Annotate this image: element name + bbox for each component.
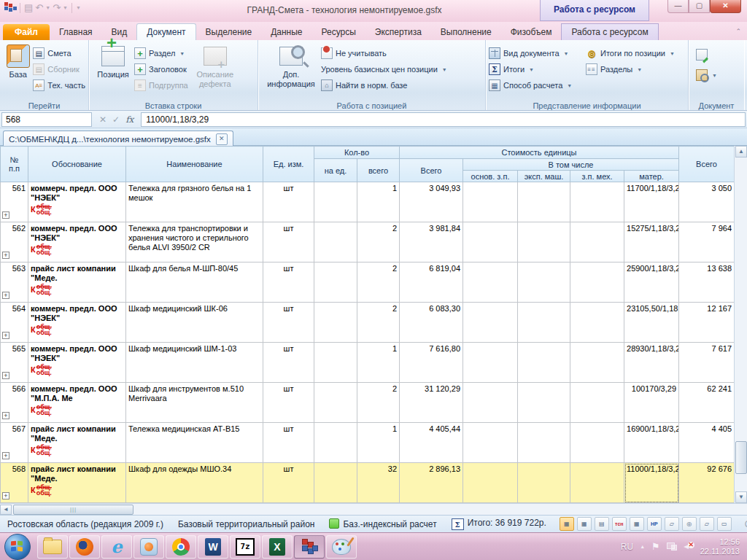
ribbon-collapse-icon[interactable]: ⌃ (735, 28, 741, 35)
expand-icon[interactable]: + (2, 211, 9, 219)
row-total[interactable]: 7 964 (679, 222, 734, 262)
zagolovok-button[interactable]: +Заголовок (134, 63, 188, 76)
tray-expand-icon[interactable]: ▲ (640, 544, 645, 549)
status-view-icon-5[interactable]: ▦ (630, 517, 644, 531)
status-view-icon-1[interactable]: ▦ (560, 517, 574, 531)
row-unit-total[interactable]: 4 405,44 (400, 423, 463, 463)
document-params-button[interactable] (696, 48, 717, 61)
row-unit-total[interactable]: 6 083,30 (400, 303, 463, 343)
razdely-button[interactable]: ≡≡Разделы▼ (586, 63, 675, 76)
row-name[interactable]: Тележка для грязного белья на 1 мешок (126, 182, 263, 222)
row-unit-total[interactable]: 2 896,13 (400, 463, 463, 503)
tab-rabota-s-resursom[interactable]: Работа с ресурсом (561, 23, 658, 40)
row-unit[interactable]: шт (263, 423, 314, 463)
table-row[interactable]: 565+ коммерч. предл. ООО "НЭЕК"Кобщ.общ.… (1, 343, 735, 383)
expand-icon[interactable]: + (2, 252, 9, 259)
header-name[interactable]: Наименование (126, 147, 263, 182)
table-row[interactable]: 561+ коммерч. предл. ООО "НЭЕК"Кобщ.общ.… (1, 182, 735, 222)
qat-customize-icon[interactable]: ▼ (76, 5, 81, 10)
expand-icon[interactable]: + (2, 452, 9, 459)
expand-icon[interactable]: + (2, 492, 9, 499)
minimize-button[interactable]: — (667, 0, 689, 13)
name-box[interactable]: 568 (1, 112, 92, 127)
row-name[interactable]: Шкаф для белья М-ШП-80/45 (126, 262, 263, 303)
row-unit-total[interactable]: 6 819,04 (400, 262, 463, 303)
row-material-formula[interactable]: 15275/1,18/3,29 (624, 222, 679, 262)
status-view-icon-9[interactable]: ▱ (700, 517, 714, 531)
taskbar-excel-button[interactable]: X (262, 535, 293, 559)
header-mech-wage[interactable]: з.п. мех. (570, 171, 624, 182)
status-view-icon-8[interactable]: ◎ (682, 517, 697, 531)
horizontal-scroll-thumb[interactable]: ||| (13, 505, 133, 515)
defect-description-button[interactable]: Описание дефекта (188, 42, 242, 89)
taskbar-wmp-button[interactable] (133, 535, 164, 559)
base-button[interactable]: База (3, 42, 33, 79)
scroll-left-icon[interactable]: ◄ (0, 505, 12, 515)
fx-icon[interactable]: fx (125, 114, 133, 125)
undo-icon[interactable]: ↶ (35, 3, 43, 12)
status-view-icon-2[interactable]: ▦ (577, 517, 592, 531)
row-material-formula[interactable]: 16900/1,18/3,29 (624, 423, 679, 463)
header-including[interactable]: В том числе (463, 159, 679, 171)
expand-icon[interactable]: + (2, 332, 9, 339)
action-center-flag-icon[interactable]: ⚑ (651, 541, 660, 552)
close-button[interactable]: ✕ (710, 0, 741, 13)
row-total[interactable]: 62 241 (679, 383, 734, 423)
cancel-icon[interactable]: ✕ (99, 114, 107, 125)
selected-cell[interactable]: 11000/1,18/3,29 (624, 463, 679, 503)
status-view-icon-6[interactable]: НР (647, 517, 662, 531)
status-view-icon-4[interactable]: тсн (612, 517, 627, 531)
dop-info-button[interactable]: Доп. информация (261, 42, 321, 89)
table-row[interactable]: 563+ прайс лист компании "Меде.Кобщ.общ.… (1, 262, 735, 303)
table-row[interactable]: 562+ коммерч. предл. ООО "НЭЕК"Кобщ.общ.… (1, 222, 735, 262)
tab-vydelenie[interactable]: Выделение (196, 24, 262, 40)
row-total[interactable]: 12 167 (679, 303, 734, 343)
taskbar-grand-smeta-button[interactable] (294, 535, 325, 559)
itogi-po-pozicii-button[interactable]: ◎Итоги по позиции▼ (586, 47, 675, 60)
podgruppa-button[interactable]: ≡Подгруппа (134, 79, 188, 92)
status-view-icon-10[interactable]: ▭ (717, 517, 732, 531)
network-icon[interactable] (667, 542, 677, 551)
header-basic-wage[interactable]: основ. з.п. (463, 171, 518, 182)
row-name[interactable]: Шкаф для одежды МШО.34 (126, 463, 263, 503)
taskbar-explorer-button[interactable] (37, 535, 68, 559)
smeta-button[interactable]: ▤Смета (33, 47, 85, 60)
row-qty[interactable]: 1 (357, 343, 400, 383)
expand-icon[interactable]: + (2, 412, 9, 419)
horizontal-scrollbar[interactable]: ◄ ||| (0, 503, 747, 515)
table-row-selected[interactable]: 568+ прайс лист компании "Меде.Кобщ.общ.… (1, 463, 735, 503)
row-unit[interactable]: шт (263, 383, 314, 423)
scroll-up-icon[interactable]: ▲ (735, 146, 747, 158)
row-qty[interactable]: 32 (357, 463, 400, 503)
expand-icon[interactable]: + (2, 372, 9, 379)
row-unit-total[interactable]: 31 120,29 (400, 383, 463, 423)
row-material-formula[interactable]: 28930/1,18/3,29 (624, 343, 679, 383)
tab-fizobem[interactable]: Физобъем (501, 24, 562, 40)
taskbar-paint-button[interactable] (326, 535, 357, 559)
taskbar-ie-button[interactable]: e (101, 535, 132, 559)
header-num[interactable]: №п.п (1, 147, 28, 182)
header-qty-per[interactable]: на ед. (314, 159, 357, 182)
status-view-icon-7[interactable]: ▱ (665, 517, 679, 531)
row-qty[interactable]: 2 (357, 383, 400, 423)
volume-muted-icon[interactable]: ✕ (684, 542, 694, 551)
document-tab[interactable]: C:\ОБМЕН\КДЦ д...\технология немонтируем… (3, 131, 233, 147)
formula-input[interactable]: 11000/1,18/3,29 (141, 112, 746, 127)
header-qty-total[interactable]: всего (357, 159, 400, 182)
row-material-formula[interactable]: 25900/1,18/3,29 (624, 262, 679, 303)
razdel-button[interactable]: +Раздел▼ (134, 47, 188, 60)
row-unit-total[interactable]: 3 981,84 (400, 222, 463, 262)
sbornik-button[interactable]: ▤Сборник (33, 63, 85, 76)
clock[interactable]: 12:5622.11.2013 (700, 537, 740, 556)
document-lookup-button[interactable]: ▼ (696, 69, 717, 82)
scroll-down-icon[interactable]: ▼ (735, 491, 747, 503)
header-justification[interactable]: Обоснование (28, 147, 126, 182)
ne-uchityvat-button[interactable]: Не учитывать (321, 47, 447, 60)
row-qty[interactable]: 1 (357, 182, 400, 222)
row-name[interactable]: Шкаф медицинский ШК-06 (126, 303, 263, 343)
maximize-button[interactable]: ▢ (689, 0, 710, 13)
vertical-scrollbar[interactable]: ▲ ▼ (734, 146, 747, 503)
row-total[interactable]: 7 617 (679, 343, 734, 383)
row-total[interactable]: 92 676 (679, 463, 734, 503)
header-cost-total[interactable]: Всего (400, 159, 463, 182)
